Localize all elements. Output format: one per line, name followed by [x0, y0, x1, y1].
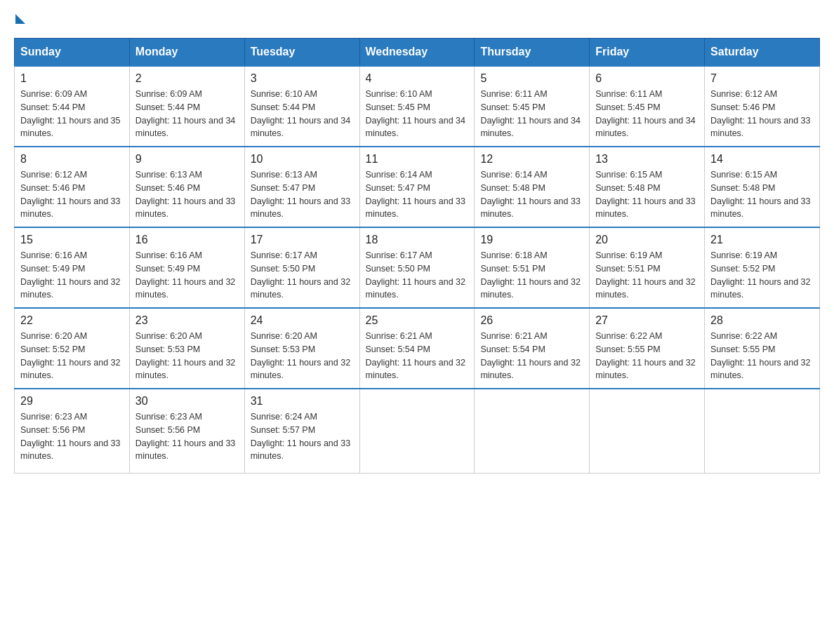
day-number: 29 [20, 395, 124, 408]
calendar-week-row: 29 Sunrise: 6:23 AM Sunset: 5:56 PM Dayl… [15, 389, 820, 473]
day-number: 17 [251, 234, 354, 246]
calendar-cell: 9 Sunrise: 6:13 AM Sunset: 5:46 PM Dayli… [129, 147, 244, 227]
day-info: Sunrise: 6:11 AM Sunset: 5:45 PM Dayligh… [595, 88, 699, 140]
day-info: Sunrise: 6:12 AM Sunset: 5:46 PM Dayligh… [710, 88, 814, 140]
day-info: Sunrise: 6:16 AM Sunset: 5:49 PM Dayligh… [135, 249, 239, 302]
day-number: 15 [20, 234, 124, 246]
logo [14, 14, 25, 24]
day-info: Sunrise: 6:19 AM Sunset: 5:51 PM Dayligh… [595, 249, 699, 302]
day-info: Sunrise: 6:17 AM Sunset: 5:50 PM Dayligh… [366, 249, 469, 302]
calendar-cell: 16 Sunrise: 6:16 AM Sunset: 5:49 PM Dayl… [129, 227, 244, 308]
day-number: 19 [480, 234, 583, 246]
day-info: Sunrise: 6:10 AM Sunset: 5:45 PM Dayligh… [366, 88, 469, 140]
day-number: 20 [595, 234, 699, 246]
calendar-cell: 8 Sunrise: 6:12 AM Sunset: 5:46 PM Dayli… [15, 147, 130, 227]
calendar-cell: 20 Sunrise: 6:19 AM Sunset: 5:51 PM Dayl… [590, 227, 705, 308]
col-header-friday: Friday [590, 39, 705, 67]
day-info: Sunrise: 6:15 AM Sunset: 5:48 PM Dayligh… [710, 168, 814, 221]
day-number: 12 [480, 153, 583, 166]
calendar-cell: 12 Sunrise: 6:14 AM Sunset: 5:48 PM Dayl… [475, 147, 590, 227]
day-number: 5 [480, 72, 583, 85]
day-info: Sunrise: 6:23 AM Sunset: 5:56 PM Dayligh… [20, 410, 124, 463]
col-header-wednesday: Wednesday [359, 39, 475, 67]
calendar-cell: 4 Sunrise: 6:10 AM Sunset: 5:45 PM Dayli… [359, 66, 475, 147]
calendar-cell: 28 Sunrise: 6:22 AM Sunset: 5:55 PM Dayl… [705, 308, 820, 389]
calendar-cell: 25 Sunrise: 6:21 AM Sunset: 5:54 PM Dayl… [359, 308, 475, 389]
calendar-cell: 15 Sunrise: 6:16 AM Sunset: 5:49 PM Dayl… [15, 227, 130, 308]
day-info: Sunrise: 6:22 AM Sunset: 5:55 PM Dayligh… [710, 330, 814, 382]
day-number: 30 [135, 395, 239, 408]
day-number: 16 [135, 234, 239, 246]
calendar-cell: 14 Sunrise: 6:15 AM Sunset: 5:48 PM Dayl… [705, 147, 820, 227]
day-info: Sunrise: 6:20 AM Sunset: 5:53 PM Dayligh… [251, 330, 354, 382]
calendar-cell [359, 389, 475, 473]
col-header-thursday: Thursday [475, 39, 590, 67]
day-info: Sunrise: 6:24 AM Sunset: 5:57 PM Dayligh… [251, 410, 354, 463]
day-info: Sunrise: 6:09 AM Sunset: 5:44 PM Dayligh… [135, 88, 239, 140]
calendar-cell: 7 Sunrise: 6:12 AM Sunset: 5:46 PM Dayli… [705, 66, 820, 147]
calendar-cell: 30 Sunrise: 6:23 AM Sunset: 5:56 PM Dayl… [129, 389, 244, 473]
day-number: 22 [20, 314, 124, 327]
calendar-cell: 6 Sunrise: 6:11 AM Sunset: 5:45 PM Dayli… [590, 66, 705, 147]
calendar-cell: 11 Sunrise: 6:14 AM Sunset: 5:47 PM Dayl… [359, 147, 475, 227]
col-header-sunday: Sunday [15, 39, 130, 67]
calendar-cell: 1 Sunrise: 6:09 AM Sunset: 5:44 PM Dayli… [15, 66, 130, 147]
day-info: Sunrise: 6:20 AM Sunset: 5:53 PM Dayligh… [135, 330, 239, 382]
day-number: 18 [366, 234, 469, 246]
col-header-monday: Monday [129, 39, 244, 67]
calendar-cell: 19 Sunrise: 6:18 AM Sunset: 5:51 PM Dayl… [475, 227, 590, 308]
day-info: Sunrise: 6:18 AM Sunset: 5:51 PM Dayligh… [480, 249, 583, 302]
calendar-cell: 18 Sunrise: 6:17 AM Sunset: 5:50 PM Dayl… [359, 227, 475, 308]
calendar-cell: 23 Sunrise: 6:20 AM Sunset: 5:53 PM Dayl… [129, 308, 244, 389]
day-info: Sunrise: 6:20 AM Sunset: 5:52 PM Dayligh… [20, 330, 124, 382]
day-info: Sunrise: 6:09 AM Sunset: 5:44 PM Dayligh… [20, 88, 124, 140]
day-number: 14 [710, 153, 814, 166]
day-info: Sunrise: 6:19 AM Sunset: 5:52 PM Dayligh… [710, 249, 814, 302]
calendar-cell: 22 Sunrise: 6:20 AM Sunset: 5:52 PM Dayl… [15, 308, 130, 389]
day-number: 8 [20, 153, 124, 166]
day-number: 2 [135, 72, 239, 85]
calendar-cell [590, 389, 705, 473]
calendar-week-row: 1 Sunrise: 6:09 AM Sunset: 5:44 PM Dayli… [15, 66, 820, 147]
calendar-week-row: 15 Sunrise: 6:16 AM Sunset: 5:49 PM Dayl… [15, 227, 820, 308]
calendar-cell: 13 Sunrise: 6:15 AM Sunset: 5:48 PM Dayl… [590, 147, 705, 227]
calendar-cell: 29 Sunrise: 6:23 AM Sunset: 5:56 PM Dayl… [15, 389, 130, 473]
day-number: 21 [710, 234, 814, 246]
day-number: 1 [20, 72, 124, 85]
calendar-week-row: 8 Sunrise: 6:12 AM Sunset: 5:46 PM Dayli… [15, 147, 820, 227]
day-number: 28 [710, 314, 814, 327]
calendar-cell [475, 389, 590, 473]
calendar-table: SundayMondayTuesdayWednesdayThursdayFrid… [14, 38, 820, 474]
day-info: Sunrise: 6:13 AM Sunset: 5:47 PM Dayligh… [251, 168, 354, 221]
day-info: Sunrise: 6:16 AM Sunset: 5:49 PM Dayligh… [20, 249, 124, 302]
calendar-cell: 5 Sunrise: 6:11 AM Sunset: 5:45 PM Dayli… [475, 66, 590, 147]
logo-triangle-icon [15, 14, 25, 24]
day-info: Sunrise: 6:10 AM Sunset: 5:44 PM Dayligh… [251, 88, 354, 140]
col-header-tuesday: Tuesday [244, 39, 359, 67]
day-number: 31 [251, 395, 354, 408]
day-number: 10 [251, 153, 354, 166]
calendar-cell: 3 Sunrise: 6:10 AM Sunset: 5:44 PM Dayli… [244, 66, 359, 147]
day-number: 26 [480, 314, 583, 327]
day-number: 13 [595, 153, 699, 166]
day-info: Sunrise: 6:14 AM Sunset: 5:48 PM Dayligh… [480, 168, 583, 221]
calendar-cell: 2 Sunrise: 6:09 AM Sunset: 5:44 PM Dayli… [129, 66, 244, 147]
day-info: Sunrise: 6:15 AM Sunset: 5:48 PM Dayligh… [595, 168, 699, 221]
day-info: Sunrise: 6:23 AM Sunset: 5:56 PM Dayligh… [135, 410, 239, 463]
calendar-cell: 17 Sunrise: 6:17 AM Sunset: 5:50 PM Dayl… [244, 227, 359, 308]
day-number: 4 [366, 72, 469, 85]
calendar-cell: 10 Sunrise: 6:13 AM Sunset: 5:47 PM Dayl… [244, 147, 359, 227]
day-number: 7 [710, 72, 814, 85]
day-number: 24 [251, 314, 354, 327]
calendar-cell: 24 Sunrise: 6:20 AM Sunset: 5:53 PM Dayl… [244, 308, 359, 389]
day-info: Sunrise: 6:13 AM Sunset: 5:46 PM Dayligh… [135, 168, 239, 221]
day-number: 25 [366, 314, 469, 327]
calendar-header-row: SundayMondayTuesdayWednesdayThursdayFrid… [15, 39, 820, 67]
calendar-cell: 31 Sunrise: 6:24 AM Sunset: 5:57 PM Dayl… [244, 389, 359, 473]
calendar-cell: 27 Sunrise: 6:22 AM Sunset: 5:55 PM Dayl… [590, 308, 705, 389]
day-number: 9 [135, 153, 239, 166]
day-info: Sunrise: 6:21 AM Sunset: 5:54 PM Dayligh… [480, 330, 583, 382]
day-number: 23 [135, 314, 239, 327]
page-header [14, 14, 820, 24]
day-info: Sunrise: 6:21 AM Sunset: 5:54 PM Dayligh… [366, 330, 469, 382]
